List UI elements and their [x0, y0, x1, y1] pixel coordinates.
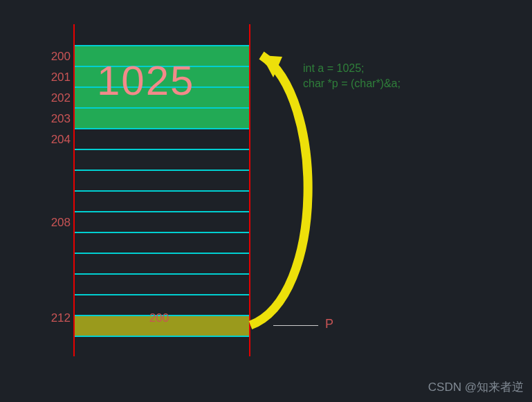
addr-label-208: 208	[43, 216, 71, 230]
row-border	[74, 211, 249, 212]
int-value: 1025	[97, 57, 194, 104]
watermark: CSDN @知来者逆	[428, 379, 524, 395]
row-border	[74, 149, 249, 150]
row-border	[74, 170, 249, 171]
addr-label-212: 212	[43, 311, 71, 325]
row-border	[74, 253, 249, 254]
addr-label-204: 204	[43, 133, 71, 147]
row-border	[74, 45, 249, 46]
memory-right-border	[249, 24, 250, 356]
code-line-1: int a = 1025;	[303, 62, 365, 75]
row-border	[74, 190, 249, 192]
addr-label-203: 203	[43, 112, 71, 126]
svg-marker-1	[262, 55, 282, 77]
memory-left-border	[73, 24, 75, 356]
pointer-label-line	[273, 325, 318, 326]
row-border	[74, 294, 249, 295]
row-border	[74, 273, 249, 275]
addr-label-200: 200	[43, 50, 71, 64]
row-border	[74, 232, 249, 233]
addr-label-202: 202	[43, 91, 71, 105]
row-border	[74, 336, 249, 337]
row-border	[74, 128, 249, 129]
pointer-cell-value: 200	[138, 311, 180, 325]
addr-label-201: 201	[43, 71, 71, 84]
row-border	[74, 107, 249, 109]
code-line-2: char *p = (char*)&a;	[303, 77, 401, 90]
pointer-label: P	[325, 317, 333, 331]
memory-diagram: 200 201 202 203 204 208 212 1025 200 int…	[0, 0, 532, 402]
